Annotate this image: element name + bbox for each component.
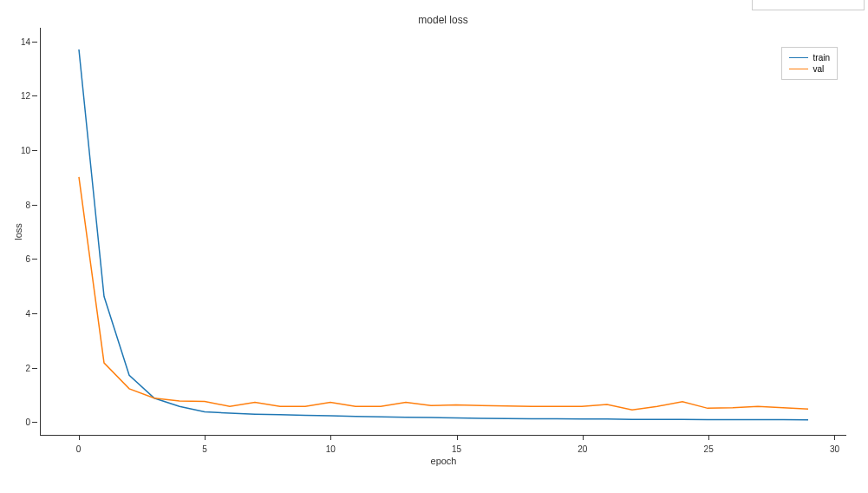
legend-item-train: train (789, 53, 830, 62)
x-tick (834, 435, 835, 440)
y-tick (32, 259, 37, 260)
top-legend-fragment (752, 0, 865, 10)
y-tick-label: 4 (13, 309, 30, 319)
legend-label: val (813, 64, 825, 74)
x-tick (457, 435, 458, 440)
y-tick-label: 6 (13, 254, 30, 264)
x-tick-label: 5 (202, 444, 207, 454)
x-tick-label: 20 (578, 444, 587, 454)
chart-lines (41, 28, 846, 435)
legend-line-icon (789, 57, 808, 58)
y-tick-label: 10 (13, 146, 30, 155)
y-tick-label: 2 (13, 363, 30, 372)
x-tick-label: 25 (704, 444, 714, 454)
y-tick (32, 150, 37, 151)
legend-line-icon (789, 69, 808, 69)
y-axis-label: loss (13, 223, 23, 240)
y-tick-label: 14 (13, 36, 30, 46)
y-tick (32, 95, 37, 96)
series-line-train (79, 49, 808, 420)
x-tick (79, 435, 80, 440)
y-tick-label: 8 (13, 200, 30, 209)
x-tick (330, 435, 331, 440)
legend: train val (781, 47, 838, 80)
chart-container: model loss loss epoch 02468101214 051015… (40, 16, 846, 450)
x-tick (583, 435, 584, 440)
y-tick (32, 422, 37, 423)
x-tick (708, 435, 709, 440)
y-tick-label: 0 (13, 417, 30, 427)
plot-area: loss epoch 02468101214 051015202530 trai… (40, 28, 846, 436)
legend-item-val: val (789, 64, 830, 74)
y-tick (32, 368, 37, 369)
x-axis-label: epoch (431, 456, 457, 466)
x-tick-label: 15 (452, 444, 461, 454)
y-tick (32, 205, 37, 206)
x-tick-label: 30 (830, 444, 839, 454)
legend-label: train (813, 53, 830, 62)
chart-title: model loss (418, 14, 467, 26)
x-tick-label: 10 (326, 444, 336, 454)
x-tick-label: 0 (76, 444, 82, 454)
y-tick (32, 313, 37, 314)
x-tick (205, 435, 206, 440)
y-tick-label: 12 (13, 91, 30, 101)
y-tick (32, 42, 37, 43)
series-line-val (79, 177, 808, 410)
